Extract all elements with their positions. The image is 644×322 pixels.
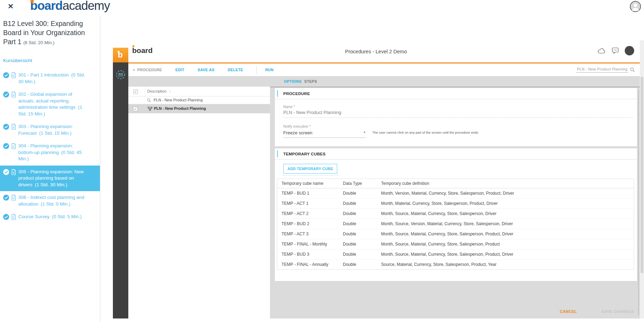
course-item-duration: (1 Std. 30 Min.) [35, 182, 67, 187]
course-item[interactable]: 301 - Part 1 introduction(0 Std. 30 Min.… [0, 69, 100, 88]
board-app-frame: b board Procedures - Level 2 Demo +PROCE… [112, 40, 640, 318]
cube-definition-cell: Month, Source, Version, Material, Curren… [381, 219, 634, 229]
course-item[interactable]: 303 - Planning expansion: Forecast(1 Std… [0, 120, 100, 140]
tab-options[interactable]: OPTIONS [284, 79, 301, 83]
header-icons [597, 46, 634, 55]
sort-ascending-icon[interactable]: ↑ [169, 89, 171, 93]
select-all-checkbox[interactable] [133, 89, 138, 94]
course-item[interactable]: 304 - Planning expansion: bottom-up plan… [0, 140, 100, 166]
course-item-duration: (1 Std. 15 Min.) [39, 130, 72, 136]
page-scrollbar-thumb[interactable] [640, 77, 643, 273]
cube-name-cell: TEMP - FINAL - Monthly [277, 239, 343, 249]
plus-icon: + [133, 67, 136, 73]
column-divider [145, 87, 145, 96]
cube-definition-cell: Month, Version, Material, Currency, Stor… [381, 188, 634, 198]
course-item[interactable]: Course Survey(0 Std. 5 Min.) [0, 210, 100, 223]
procedure-row-selected[interactable]: PLN - New Product Planning [128, 104, 270, 113]
course-duration: (6 Std. 20 Min.) [23, 40, 54, 45]
course-sidebar: B12 Level 300: Expanding Board in Your O… [0, 16, 100, 322]
user-avatar[interactable] [630, 1, 641, 12]
procedure-card: PROCEDURE Name * PLN - New Product Plann… [275, 88, 637, 146]
list-filter-input[interactable]: PLN - New Product Planning [154, 98, 203, 102]
options-panel: PROCEDURE Name * PLN - New Product Plann… [270, 87, 640, 318]
course-item-text: 304 - Planning expansion: bottom-up plan… [18, 143, 89, 162]
list-search-row: PLN - New Product Planning [128, 96, 270, 104]
search-input[interactable]: PLN - New Product Planning [576, 67, 628, 73]
table-row[interactable]: TEMP - FINAL - Monthly Double Month, Sou… [277, 239, 634, 249]
procedure-list-panel: Description↑ PLN - New Product Planning [128, 87, 270, 318]
cube-type-cell: Double [343, 229, 381, 239]
course-item[interactable]: 302 - Global expansion of actuals, actua… [0, 88, 100, 120]
name-field[interactable]: PLN - New Product Planning [283, 110, 341, 115]
toolbar-separator [256, 66, 257, 74]
run-button[interactable]: RUN [265, 68, 273, 72]
academy-top-bar: ✕ boardacademy [0, 0, 644, 16]
close-icon[interactable]: ✕ [8, 2, 14, 11]
cube-definition-cell: Month, Source, Material, Currency, Store… [381, 208, 634, 219]
course-item-label: 301 - Part 1 introduction [18, 72, 69, 78]
cube-definition-cell: Month, Source, Material, Currency, Store… [381, 229, 634, 239]
cube-definition-cell: Month, Material, Currency, Store, Salesp… [381, 198, 634, 208]
course-item[interactable]: 305 - Planning expansion: New product pl… [0, 166, 100, 192]
col-header-name[interactable]: Temporary cube name [277, 179, 343, 188]
col-header-type[interactable]: Data Type [343, 179, 381, 188]
procedures-capsule-icon[interactable] [116, 70, 126, 81]
course-item[interactable]: 306 - Indirect cost planning and allocat… [0, 191, 100, 210]
table-row[interactable]: TEMP - BUD 1 Double Month, Version, Mate… [277, 188, 634, 198]
cancel-button[interactable]: CANCEL [560, 309, 577, 314]
completed-check-icon [3, 91, 9, 98]
description-column-header[interactable]: Description↑ [147, 89, 171, 93]
delete-button[interactable]: DELETE [228, 68, 243, 72]
notify-execution-dropdown[interactable]: Freeze screen ▾ [283, 129, 366, 138]
table-row[interactable]: TEMP - ACT 2 Double Month, Source, Mater… [277, 208, 634, 219]
cube-type-cell: Double [343, 208, 381, 219]
page-scrollbar[interactable] [640, 40, 644, 318]
document-icon [11, 214, 16, 220]
course-item-text: 302 - Global expansion of actuals, actua… [18, 91, 89, 117]
cube-type-cell: Double [343, 188, 381, 198]
completed-check-icon [3, 194, 9, 201]
completed-check-icon [3, 143, 9, 149]
table-row[interactable]: TEMP - FINAL - Annually Double Source, M… [277, 259, 634, 269]
procedure-toolbar: +PROCEDURE EDIT SAVE AS DELETE RUN PLN -… [128, 63, 640, 76]
person-icon [630, 1, 641, 12]
table-row[interactable]: TEMP - BUD 2 Double Month, Source, Versi… [277, 219, 634, 229]
save-changes-button[interactable]: SAVE CHANGES [602, 309, 634, 314]
table-row[interactable]: TEMP - BUD 3 Double Month, Source, Mater… [277, 249, 634, 259]
chat-icon[interactable] [612, 47, 619, 54]
panel-scrollbar[interactable] [638, 89, 639, 316]
col-header-definition[interactable]: Temporary cube definition [381, 179, 634, 188]
course-item-text: 306 - Indirect cost planning and allocat… [18, 194, 89, 207]
search-icon[interactable] [630, 67, 635, 72]
tab-steps[interactable]: STEPS [304, 79, 317, 83]
table-row[interactable]: TEMP - ACT 1 Double Month, Material, Cur… [277, 198, 634, 208]
table-header-row: Temporary cube name Data Type Temporary … [277, 179, 634, 188]
cloud-icon[interactable] [597, 48, 606, 54]
procedure-flow-icon [148, 107, 152, 111]
logo-academy-text: academy [62, 0, 110, 12]
screen-title: Procedures - Level 2 Demo [112, 49, 640, 54]
completed-check-icon [3, 123, 9, 130]
profile-avatar[interactable] [625, 46, 634, 55]
save-as-button[interactable]: SAVE AS [198, 68, 215, 72]
new-procedure-button[interactable]: +PROCEDURE [133, 67, 162, 73]
cube-type-cell: Double [343, 198, 381, 208]
document-icon [11, 91, 16, 98]
cube-name-cell: TEMP - FINAL - Annually [277, 259, 343, 269]
row-checkbox[interactable] [133, 107, 138, 111]
table-row[interactable]: TEMP - ACT 3 Double Month, Source, Mater… [277, 229, 634, 239]
cube-definition-cell: Month, Source, Material, Currency, Store… [381, 239, 634, 249]
edit-button[interactable]: EDIT [175, 68, 184, 72]
app-content: OPTIONS STEPS Description↑ PLN - New Pro… [128, 76, 640, 318]
cube-type-cell: Double [343, 219, 381, 229]
document-icon [11, 143, 16, 149]
course-item-text: 305 - Planning expansion: New product pl… [18, 169, 89, 188]
toolbar-search: PLN - New Product Planning [576, 67, 635, 73]
notify-execution-help: The user cannot click on any part of the… [372, 130, 478, 134]
cube-type-cell: Double [343, 239, 381, 249]
document-icon [11, 194, 16, 201]
cube-name-cell: TEMP - ACT 1 [277, 198, 343, 208]
course-overview-link[interactable]: Kursübersicht [3, 58, 100, 63]
add-temporary-cube-button[interactable]: ADD TEMPORARY CUBE [283, 164, 337, 174]
course-item-label: Course Survey [18, 214, 49, 219]
